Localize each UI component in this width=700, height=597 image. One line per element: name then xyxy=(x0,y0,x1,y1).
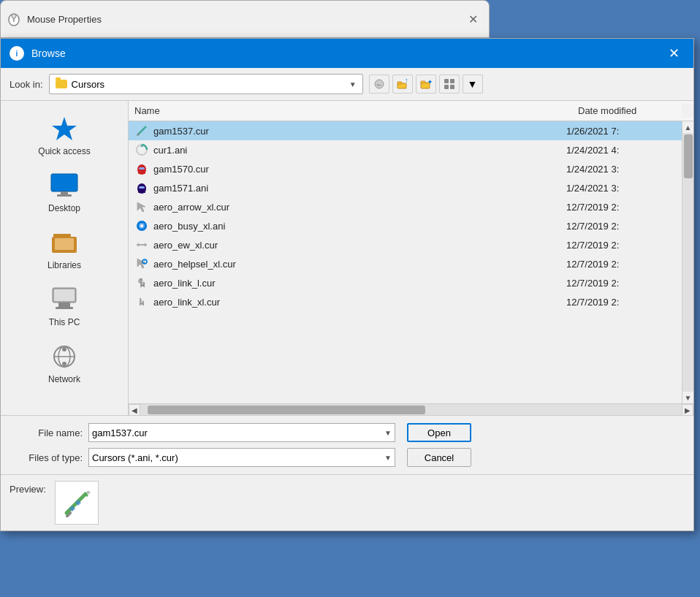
view-button[interactable] xyxy=(439,75,460,94)
table-row[interactable]: gam1570.cur 1/24/2021 3: xyxy=(129,159,682,178)
filetype-dropdown-arrow: ▼ xyxy=(384,454,392,462)
table-row[interactable]: aero_arrow_xl.cur 12/7/2019 2: xyxy=(129,197,682,216)
sidebar-item-quick-access[interactable]: Quick access xyxy=(1,107,128,164)
browse-title-label: Browse xyxy=(31,47,663,59)
view-dropdown-arrow: ▼ xyxy=(468,78,478,90)
svg-marker-62 xyxy=(87,491,90,494)
toolbar-buttons: ← ↑ ✦ xyxy=(369,75,483,94)
files-of-type-value: Cursors (*.ani, *.cur) xyxy=(92,452,381,463)
sidebar-item-desktop[interactable]: Desktop xyxy=(1,164,128,221)
svg-marker-49 xyxy=(137,202,145,212)
file-name-input-container[interactable]: ▼ xyxy=(88,423,395,442)
scroll-track[interactable] xyxy=(682,133,694,392)
browse-bottom-controls: File name: ▼ Open Files of type: Cursors… xyxy=(1,415,693,474)
svg-rect-21 xyxy=(57,194,72,197)
table-row[interactable]: aero_busy_xl.ani 12/7/2019 2: xyxy=(129,216,682,235)
svg-marker-17 xyxy=(52,117,77,140)
sidebar-item-this-pc[interactable]: This PC xyxy=(1,278,128,335)
table-row[interactable]: aero_link_xl.cur 12/7/2019 2: xyxy=(129,292,682,311)
preview-area: Preview: xyxy=(1,474,693,531)
browse-close-button[interactable]: ✕ xyxy=(663,42,685,64)
table-row[interactable]: ? aero_helpsel_xl.cur 12/7/2019 2: xyxy=(129,254,682,273)
file-date: 12/7/2019 2: xyxy=(566,240,676,251)
network-icon xyxy=(50,342,79,371)
mouse-properties-title: Mouse Properties xyxy=(27,14,463,25)
h-scroll-thumb[interactable] xyxy=(148,406,425,414)
file-date: 12/7/2019 2: xyxy=(566,259,676,270)
file-date: 12/7/2019 2: xyxy=(566,202,676,213)
mouse-properties-icon xyxy=(7,12,21,26)
up-folder-button[interactable]: ↑ xyxy=(392,75,413,94)
file-icon-link-xl xyxy=(134,294,149,309)
file-date: 12/7/2019 2: xyxy=(566,297,676,308)
scroll-up-arrow[interactable]: ▲ xyxy=(682,121,694,133)
file-date: 1/24/2021 4: xyxy=(566,145,676,156)
svg-rect-20 xyxy=(61,191,68,194)
svg-rect-14 xyxy=(450,79,454,83)
file-name-input[interactable] xyxy=(92,427,381,438)
sidebar-item-libraries[interactable]: Libraries xyxy=(1,221,128,278)
file-name: gam1537.cur xyxy=(153,126,566,137)
files-of-type-input-container[interactable]: Cursors (*.ani, *.cur) ▼ xyxy=(88,448,395,467)
h-scroll-track[interactable] xyxy=(140,404,682,415)
filetype-row: Files of type: Cursors (*.ani, *.cur) ▼ … xyxy=(9,448,685,467)
file-list: gam1537.cur 1/26/2021 7: cur1.ani xyxy=(129,121,682,403)
browse-title-icon: i xyxy=(9,46,24,61)
table-row[interactable]: aero_ew_xl.cur 12/7/2019 2: xyxy=(129,235,682,254)
svg-rect-41 xyxy=(139,167,145,170)
file-name: gam1571.ani xyxy=(153,183,566,194)
sidebar-label-desktop: Desktop xyxy=(48,203,80,213)
this-pc-icon xyxy=(50,285,79,314)
file-name: aero_link_xl.cur xyxy=(153,297,566,308)
file-icon-sword xyxy=(134,123,149,138)
table-row[interactable]: gam1571.ani 1/24/2021 3: xyxy=(129,178,682,197)
svg-point-52 xyxy=(140,224,143,227)
svg-rect-28 xyxy=(56,307,73,309)
sidebar-label-this-pc: This PC xyxy=(49,317,80,327)
open-button[interactable]: Open xyxy=(407,423,471,442)
file-name: aero_ew_xl.cur xyxy=(153,240,566,251)
file-list-area: Name Date modified xyxy=(129,101,693,415)
svg-text:←: ← xyxy=(376,80,383,88)
sidebar-label-quick-access: Quick access xyxy=(38,146,90,156)
file-date: 1/24/2021 3: xyxy=(566,183,676,194)
back-button[interactable]: ← xyxy=(369,75,389,94)
file-icon-ew xyxy=(134,237,149,252)
scroll-down-arrow[interactable]: ▼ xyxy=(682,392,694,403)
file-name: cur1.ani xyxy=(153,145,566,156)
table-row[interactable]: gam1537.cur 1/26/2021 7: xyxy=(129,121,682,140)
cancel-button-container: Cancel xyxy=(407,448,471,467)
cancel-button[interactable]: Cancel xyxy=(407,448,471,467)
preview-label: Preview: xyxy=(9,481,46,495)
svg-rect-43 xyxy=(143,172,145,174)
file-icon-busy xyxy=(134,218,149,233)
svg-rect-46 xyxy=(139,186,145,189)
file-icon-link xyxy=(134,275,149,290)
sidebar-label-libraries: Libraries xyxy=(47,260,81,270)
scroll-thumb[interactable] xyxy=(684,134,693,178)
svg-rect-48 xyxy=(143,191,145,193)
mouse-properties-window: Mouse Properties ✕ xyxy=(0,0,490,38)
scroll-left-arrow[interactable]: ◀ xyxy=(129,404,140,415)
svg-marker-54 xyxy=(137,243,139,247)
svg-marker-55 xyxy=(145,243,147,247)
svg-text:i: i xyxy=(16,50,18,58)
svg-rect-23 xyxy=(53,234,71,237)
svg-rect-27 xyxy=(58,303,70,307)
vertical-scrollbar[interactable]: ▲ ▼ xyxy=(682,121,693,403)
look-in-dropdown[interactable]: Cursors ▼ xyxy=(49,74,363,94)
mouse-properties-close[interactable]: ✕ xyxy=(463,9,483,29)
new-folder-button[interactable]: ✦ xyxy=(416,75,436,94)
view-dropdown-button[interactable]: ▼ xyxy=(463,75,483,94)
sidebar-item-network[interactable]: Network xyxy=(1,335,128,392)
scroll-right-arrow[interactable]: ▶ xyxy=(682,404,693,415)
file-list-header: Name Date modified xyxy=(129,101,693,121)
table-row[interactable]: aero_link_l.cur 12/7/2019 2: xyxy=(129,273,682,292)
preview-box xyxy=(55,481,99,525)
file-icon-among2 xyxy=(134,180,149,195)
svg-rect-15 xyxy=(444,85,449,89)
horizontal-scrollbar[interactable]: ◀ ▶ xyxy=(129,403,693,415)
file-date: 1/26/2021 7: xyxy=(566,126,676,137)
table-row[interactable]: cur1.ani 1/24/2021 4: xyxy=(129,140,682,159)
file-name: aero_helpsel_xl.cur xyxy=(153,259,566,270)
